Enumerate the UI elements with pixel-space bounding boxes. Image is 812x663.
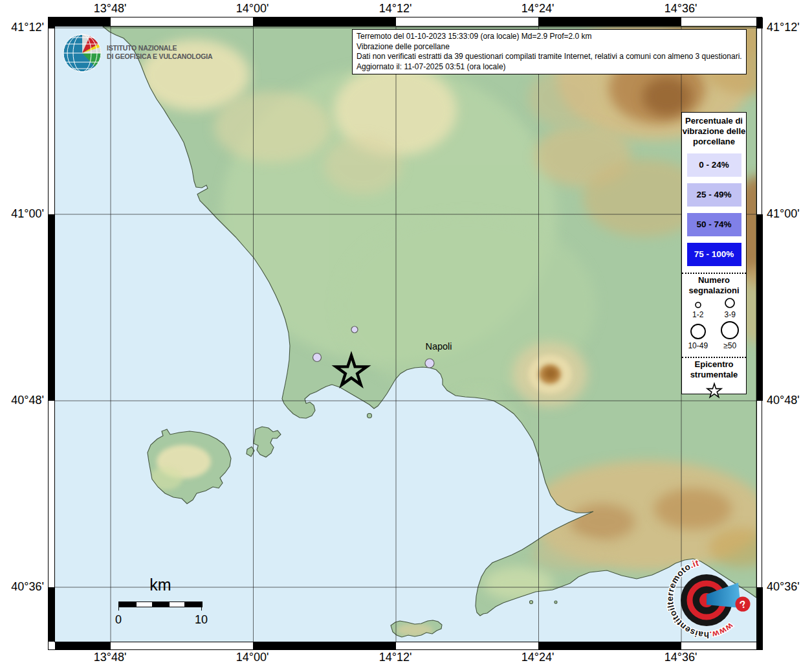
count-circle-small-icon bbox=[693, 300, 703, 308]
legend-count-row: 10-49 ≥50 bbox=[682, 320, 746, 350]
haisentito-logo: ? www.haisentitoilterremoto.it bbox=[666, 556, 756, 642]
axis-right-tick: 40°48' bbox=[767, 394, 800, 407]
count-circle-large-icon bbox=[690, 323, 707, 339]
axis-bottom-tick: 14°36' bbox=[664, 651, 697, 663]
axis-right-tick: 41°00' bbox=[767, 207, 800, 221]
scalebar bbox=[118, 601, 203, 607]
title-line-effect: Vibrazione delle porcellane bbox=[357, 42, 742, 52]
legend-counts-title: Numero segnalazioni bbox=[682, 275, 746, 296]
map-viewport: Napoli Terremoto del 01-10-2023 15:33:09… bbox=[54, 26, 757, 642]
count-label: 3-9 bbox=[715, 311, 745, 319]
report-circle bbox=[425, 359, 434, 368]
count-circle-xlarge-icon bbox=[720, 320, 740, 339]
title-line-note: Dati non verificati estratti da 39 quest… bbox=[357, 52, 742, 62]
title-line-event: Terremoto del 01-10-2023 15:33:09 (ora l… bbox=[357, 32, 742, 42]
axis-top-tick: 14°24' bbox=[521, 2, 554, 16]
axis-left-tick: 41°12' bbox=[3, 21, 44, 34]
legend-separator bbox=[682, 273, 746, 274]
count-label: 1-2 bbox=[683, 311, 713, 319]
count-label: ≥50 bbox=[715, 342, 745, 350]
axis-top-tick: 14°12' bbox=[379, 2, 412, 16]
axis-bottom-tick: 14°12' bbox=[379, 651, 412, 663]
legend-epicenter-title: Epicentro strumentale bbox=[682, 359, 746, 380]
report-circle bbox=[313, 354, 322, 362]
count-label: 10-49 bbox=[683, 342, 713, 350]
axis-top-tick: 14°00' bbox=[236, 2, 269, 16]
epicenter-star-icon bbox=[705, 381, 724, 399]
axis-left-tick: 40°36' bbox=[3, 580, 44, 594]
title-line-updated: Aggiornato il: 11-07-2025 03:51 (ora loc… bbox=[357, 62, 742, 73]
axis-right-tick: 40°36' bbox=[767, 580, 800, 594]
scalebar-tick bbox=[118, 607, 119, 611]
legend-separator bbox=[682, 357, 746, 358]
ingv-logo: ISTITUTO NAZIONALE DI GEOFISICA E VULCAN… bbox=[61, 32, 212, 73]
ingv-globe-icon bbox=[61, 32, 103, 73]
report-circle bbox=[351, 326, 358, 333]
legend-swatch-0-24: 0 - 24% bbox=[687, 153, 741, 177]
scalebar-unit: km bbox=[135, 576, 186, 594]
legend-percent-title: Percentuale di vibrazione delle porcella… bbox=[682, 116, 746, 147]
scalebar-tick bbox=[201, 607, 202, 611]
map-page: 13°48' 14°00' 14°12' 14°24' 14°36' 13°48… bbox=[0, 0, 812, 663]
scalebar-start: 0 bbox=[105, 613, 131, 627]
legend: Percentuale di vibrazione delle porcella… bbox=[681, 112, 747, 394]
scalebar-end: 10 bbox=[188, 613, 214, 627]
axis-bottom-tick: 14°24' bbox=[521, 651, 554, 663]
count-circle-medium-icon bbox=[723, 297, 736, 308]
legend-count-row: 1-2 3-9 bbox=[682, 297, 746, 319]
legend-swatch-25-49: 25 - 49% bbox=[687, 183, 741, 207]
axis-left-tick: 41°00' bbox=[3, 207, 44, 221]
legend-swatch-50-74: 50 - 74% bbox=[687, 213, 741, 236]
title-box: Terremoto del 01-10-2023 15:33:09 (ora l… bbox=[352, 29, 747, 74]
axis-bottom-tick: 13°48' bbox=[94, 651, 127, 663]
axis-bottom-tick: 14°00' bbox=[236, 651, 269, 663]
axis-top-tick: 13°48' bbox=[94, 2, 127, 16]
axis-right-tick: 41°12' bbox=[767, 21, 800, 34]
map-frame: Napoli Terremoto del 01-10-2023 15:33:09… bbox=[48, 17, 762, 650]
legend-swatch-75-100: 75 - 100% bbox=[687, 243, 741, 266]
ingv-name-line1: ISTITUTO NAZIONALE bbox=[107, 44, 212, 52]
axis-left-tick: 40°48' bbox=[3, 394, 44, 407]
ingv-name-line2: DI GEOFISICA E VULCANOLOGIA bbox=[107, 52, 212, 61]
axis-top-tick: 14°36' bbox=[664, 2, 697, 16]
city-label-napoli: Napoli bbox=[425, 341, 452, 352]
